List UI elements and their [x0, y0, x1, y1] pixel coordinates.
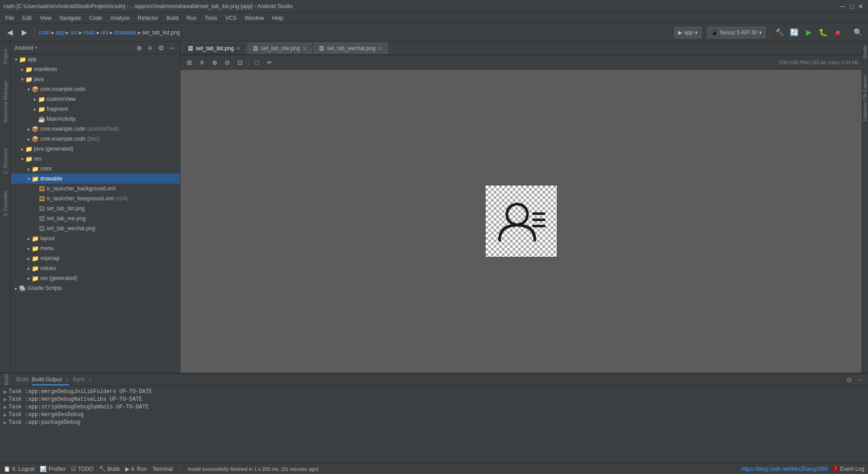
- tree-item-res-generated[interactable]: ▸ 📁 res (generated): [11, 273, 180, 283]
- menu-file[interactable]: File: [2, 14, 18, 22]
- folder-icon-manifests: 📁: [25, 66, 33, 73]
- tree-item-manifests[interactable]: ▸ 📁 manifests: [11, 64, 180, 74]
- tree-item-app[interactable]: ▾ 📁 app: [11, 54, 180, 64]
- bottom-tab-sync[interactable]: Sync ✕: [73, 374, 92, 385]
- toolbar-forward-btn[interactable]: ▶: [18, 26, 31, 39]
- tree-item-set-tab-list[interactable]: 🖼 set_tab_list.png: [11, 204, 180, 213]
- bottom-tab-sync-close[interactable]: ✕: [88, 377, 92, 382]
- panel-action-locate[interactable]: ⊕: [135, 43, 144, 52]
- tab-set-tab-list[interactable]: 🖼 set_tab_list.png ✕: [182, 42, 246, 54]
- breadcrumb-main[interactable]: main: [83, 29, 95, 36]
- grid-btn[interactable]: #: [197, 57, 208, 68]
- fit-window-btn[interactable]: ⊞: [184, 57, 195, 68]
- toolbar-back-btn[interactable]: ◀: [4, 26, 16, 39]
- bottom-tab-build-output-close[interactable]: ✕: [65, 377, 69, 382]
- breadcrumb-drawable[interactable]: drawable: [114, 29, 137, 36]
- minimize-button[interactable]: ─: [839, 3, 846, 10]
- toolbar-make-btn[interactable]: 🔨: [774, 26, 786, 39]
- tree-item-java[interactable]: ▾ 📁 java: [11, 74, 180, 84]
- status-event-log[interactable]: ! Event Log: [833, 466, 864, 472]
- tree-item-ic-fg[interactable]: 🖼 ic_launcher_foreground.xml (v24): [11, 194, 180, 204]
- run-config-dropdown[interactable]: ▶app▾: [674, 27, 702, 38]
- tree-item-ic-bg[interactable]: 🖼 ic_launcher_background.xml: [11, 184, 180, 194]
- status-terminal[interactable]: Terminal: [152, 466, 173, 472]
- project-panel-label[interactable]: Project: [2, 45, 9, 68]
- title-bar-controls[interactable]: ─ □ ✕: [839, 3, 864, 10]
- build-side-label[interactable]: Build: [4, 374, 9, 385]
- menu-analyze[interactable]: Analyze: [107, 14, 133, 22]
- menu-window[interactable]: Window: [241, 14, 268, 22]
- menu-run[interactable]: Run: [183, 14, 200, 22]
- bottom-panel-minimize[interactable]: ─: [855, 375, 864, 384]
- menu-view[interactable]: View: [36, 14, 55, 22]
- breadcrumb-res[interactable]: res: [101, 29, 108, 36]
- original-size-btn[interactable]: ⊡: [235, 57, 245, 68]
- status-url[interactable]: https://blog.csdn.net/MrsZhang1995: [741, 466, 828, 472]
- tree-item-layout[interactable]: ▸ 📁 layout: [11, 233, 180, 243]
- tree-item-com-test[interactable]: ▸ 📦 com.example.csdn (test): [11, 134, 180, 144]
- menu-help[interactable]: Help: [269, 14, 287, 22]
- panel-action-gear[interactable]: ⚙: [156, 43, 165, 52]
- tree-item-customview[interactable]: ▸ 📁 customView: [11, 94, 180, 104]
- tab-close-set-tab-list[interactable]: ✕: [236, 46, 241, 52]
- zoom-in-btn[interactable]: ⊕: [209, 57, 220, 68]
- tree-item-drawable[interactable]: ▾ 📁 drawable: [11, 174, 180, 184]
- breadcrumb-file[interactable]: set_tab_list.png: [142, 29, 180, 36]
- pencil-btn[interactable]: ✏: [264, 57, 275, 68]
- tree-item-mipmap[interactable]: ▸ 📁 mipmap: [11, 253, 180, 263]
- status-build-tab[interactable]: 🔨 Build: [99, 466, 120, 472]
- tree-item-set-tab-me[interactable]: 🖼 set_tab_me.png: [11, 213, 180, 223]
- toolbar-search-btn[interactable]: 🔍: [852, 26, 864, 39]
- tab-close-set-tab-me[interactable]: ✕: [302, 46, 307, 52]
- status-profiler[interactable]: 📊 Profiler: [40, 466, 66, 472]
- menu-refactor[interactable]: Refactor: [134, 14, 162, 22]
- tree-item-java-generated[interactable]: ▸ 📁 java (generated): [11, 144, 180, 154]
- tab-close-set-tab-wechat[interactable]: ✕: [378, 46, 382, 52]
- menu-navigate[interactable]: Navigate: [56, 14, 85, 22]
- status-run-tab[interactable]: ▶ 4: Run: [125, 466, 147, 472]
- bottom-tab-build[interactable]: Build: [16, 374, 28, 385]
- tree-item-com-main[interactable]: ▾ 📦 com.example.csdn: [11, 84, 180, 94]
- menu-build[interactable]: Build: [163, 14, 182, 22]
- tab-set-tab-me[interactable]: 🖼 set_tab_me.png ✕: [247, 42, 312, 54]
- db-explorer-tab-label[interactable]: Database File Explorer: [862, 71, 868, 125]
- image-container: [485, 185, 557, 257]
- gradle-tab-label[interactable]: Gradle: [862, 42, 868, 62]
- tree-item-menu[interactable]: ▸ 📁 menu: [11, 243, 180, 253]
- status-todo[interactable]: ☑ TODO: [71, 466, 93, 472]
- structure-label[interactable]: 2: Structure: [2, 145, 9, 178]
- tree-item-res[interactable]: ▾ 📁 res: [11, 154, 180, 164]
- menu-vcs[interactable]: VCS: [222, 14, 241, 22]
- tree-item-color[interactable]: ▸ 📁 color: [11, 164, 180, 174]
- panel-action-minimize[interactable]: ─: [167, 43, 176, 52]
- border-btn[interactable]: □: [251, 57, 262, 68]
- bottom-panel-settings[interactable]: ⚙: [844, 375, 854, 384]
- maximize-button[interactable]: □: [848, 3, 855, 10]
- toolbar-sync-btn[interactable]: 🔄: [788, 26, 801, 39]
- tree-item-fragment[interactable]: ▸ 📁 fragment: [11, 104, 180, 114]
- breadcrumb-csdn[interactable]: csdn: [38, 29, 50, 36]
- tree-item-gradle[interactable]: ▸ 🐘 Gradle Scripts: [11, 283, 180, 293]
- toolbar-debug-btn[interactable]: 🐛: [817, 26, 830, 39]
- menu-code[interactable]: Code: [85, 14, 106, 22]
- tree-item-com-androidtest[interactable]: ▸ 📦 com.example.csdn (androidTest): [11, 124, 180, 134]
- panel-action-options[interactable]: ≡: [146, 43, 155, 52]
- tree-item-values[interactable]: ▸ 📁 values: [11, 263, 180, 273]
- toolbar-sep-3: [848, 28, 848, 37]
- device-dropdown[interactable]: 📱Nexus 5 API 30▾: [707, 27, 766, 38]
- toolbar-run-btn[interactable]: ▶: [802, 26, 815, 39]
- status-logcat[interactable]: 📋 6: Logcat: [4, 466, 34, 472]
- breadcrumb-src[interactable]: src: [71, 29, 78, 36]
- tree-item-mainactivity[interactable]: ☕ MainActivity: [11, 114, 180, 124]
- menu-tools[interactable]: Tools: [201, 14, 221, 22]
- toolbar-stop-btn[interactable]: ■: [831, 26, 844, 39]
- tab-set-tab-wechat[interactable]: 🖼 set_tab_wechat.png ✕: [313, 42, 388, 54]
- zoom-out-btn[interactable]: ⊖: [222, 57, 233, 68]
- close-button[interactable]: ✕: [857, 3, 864, 10]
- resource-manager-label[interactable]: Resource Manager: [2, 77, 9, 127]
- breadcrumb-app[interactable]: app: [56, 29, 65, 36]
- tree-item-set-tab-wechat[interactable]: 🖼 set_tab_wechat.png: [11, 223, 180, 233]
- bottom-tab-build-output[interactable]: Build Output ✕: [32, 374, 69, 385]
- favorites-label[interactable]: 3: Favorites: [2, 187, 9, 220]
- menu-edit[interactable]: Edit: [19, 14, 35, 22]
